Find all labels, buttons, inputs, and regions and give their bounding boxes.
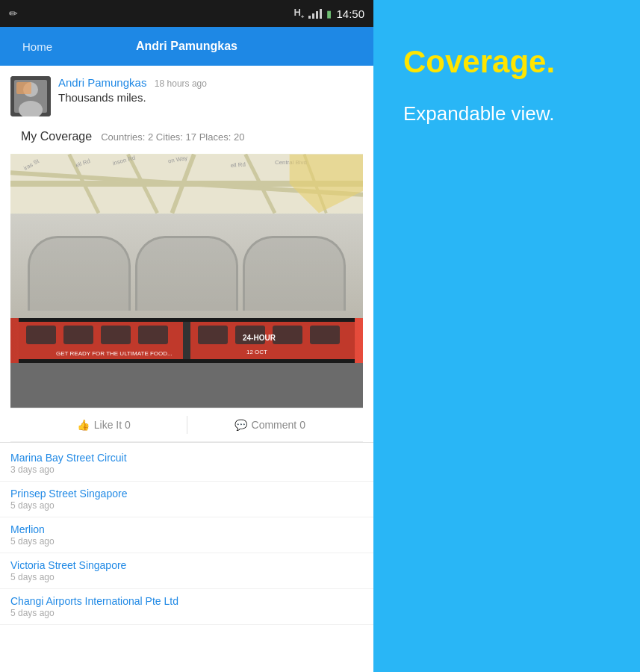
map-svg: iras St ell Rd inson Rd on Way ell Rd Ce…	[10, 154, 363, 214]
like-label: Like It 0	[94, 419, 131, 431]
signal-bar-2	[312, 13, 314, 19]
svg-text:GET READY FOR THE ULTIMATE FOO: GET READY FOR THE ULTIMATE FOOD...	[56, 350, 173, 357]
arch-1	[28, 236, 131, 311]
place-time: 5 days ago	[10, 500, 363, 511]
place-time: 5 days ago	[10, 572, 363, 582]
svg-text:12 OCT: 12 OCT	[246, 349, 267, 355]
post-time: 18 hours ago	[155, 78, 207, 89]
content-area: Andri Pamungkas 18 hours ago Thousands m…	[0, 66, 373, 672]
map-area[interactable]: iras St ell Rd inson Rd on Way ell Rd Ce…	[10, 154, 363, 214]
building	[10, 214, 363, 333]
coverage-stats: Countries: 2 Cities: 17 Places: 20	[101, 131, 244, 143]
coverage-header: My Coverage Countries: 2 Cities: 17 Plac…	[21, 130, 352, 143]
coverage-title: My Coverage	[21, 130, 92, 143]
list-item: Merlion5 days ago	[0, 517, 373, 553]
place-name[interactable]: Prinsep Street Singapore	[10, 488, 363, 500]
avatar	[10, 76, 51, 116]
like-button[interactable]: 👍 Like It 0	[21, 419, 187, 431]
phone-frame: ✏ H+ ▮ 14:50 Home Andri Pamungkas	[0, 0, 373, 672]
places-list: Marina Bay Street Circuit3 days agoPrins…	[0, 443, 373, 628]
place-name[interactable]: Merlion	[10, 523, 363, 535]
status-bar-left: ✏	[9, 7, 18, 19]
svg-rect-22	[183, 322, 190, 359]
street-photo: GET READY FOR THE ULTIMATE FOOD... 24-HO…	[10, 214, 363, 408]
status-bar-right: H+ ▮ 14:50	[293, 7, 364, 20]
svg-text:24-HOUR: 24-HOUR	[243, 334, 276, 342]
svg-rect-24	[26, 326, 56, 344]
svg-text:ell Rd: ell Rd	[230, 161, 246, 169]
signal-bar-1	[308, 16, 311, 19]
post-text: Thousands miles.	[58, 91, 207, 104]
post-card: Andri Pamungkas 18 hours ago Thousands m…	[0, 66, 373, 443]
promo-area: Coverage. Expandable view.	[373, 0, 640, 172]
place-name[interactable]: Changi Airports International Pte Ltd	[10, 595, 363, 607]
battery-icon: ▮	[326, 8, 332, 19]
svg-rect-4	[16, 82, 31, 94]
comment-label: Comment 0	[252, 419, 305, 431]
comment-icon: 💬	[234, 419, 247, 431]
comment-button[interactable]: 💬 Comment 0	[187, 419, 353, 431]
promo-title: Coverage.	[403, 45, 555, 79]
place-name[interactable]: Victoria Street Singapore	[10, 559, 363, 571]
home-nav-item[interactable]: Home	[22, 40, 52, 53]
h-signal-icon: H+	[293, 7, 304, 20]
place-name[interactable]: Marina Bay Street Circuit	[10, 452, 363, 464]
top-nav: Home Andri Pamungkas	[0, 27, 373, 66]
bus-svg: GET READY FOR THE ULTIMATE FOOD... 24-HO…	[16, 318, 357, 363]
street-photo-inner: GET READY FOR THE ULTIMATE FOOD... 24-HO…	[10, 214, 363, 408]
signal-bar-3	[316, 11, 318, 19]
arch-2	[135, 236, 238, 311]
list-item: Changi Airports International Pte Ltd5 d…	[0, 589, 373, 625]
action-bar: 👍 Like It 0 💬 Comment 0	[10, 408, 363, 442]
avatar-svg	[10, 76, 51, 116]
svg-rect-28	[198, 326, 228, 344]
bus-strip: GET READY FOR THE ULTIMATE FOOD... 24-HO…	[10, 318, 363, 363]
place-time: 5 days ago	[10, 608, 363, 618]
building-arches	[25, 236, 348, 311]
signal-bars	[308, 8, 322, 19]
post-header: Andri Pamungkas 18 hours ago Thousands m…	[10, 76, 363, 116]
place-time: 3 days ago	[10, 464, 363, 475]
svg-rect-31	[310, 326, 340, 344]
status-time: 14:50	[336, 7, 364, 20]
post-meta: Andri Pamungkas 18 hours ago Thousands m…	[58, 76, 207, 104]
coverage-section: My Coverage Countries: 2 Cities: 17 Plac…	[10, 122, 363, 154]
place-time: 5 days ago	[10, 536, 363, 547]
promo-subtitle: Expandable view.	[403, 102, 554, 127]
svg-rect-25	[63, 326, 93, 344]
like-thumb-icon: 👍	[77, 419, 90, 431]
avatar-inner	[10, 76, 51, 116]
nav-title: Andri Pamungkas	[136, 40, 237, 53]
status-bar: ✏ H+ ▮ 14:50	[0, 0, 373, 27]
pencil-icon: ✏	[9, 7, 18, 19]
list-item: Victoria Street Singapore5 days ago	[0, 553, 373, 589]
svg-rect-27	[138, 326, 168, 344]
list-item: Marina Bay Street Circuit3 days ago	[0, 446, 373, 482]
signal-bar-4	[320, 9, 322, 19]
arch-3	[243, 236, 346, 311]
post-author[interactable]: Andri Pamungkas	[58, 76, 146, 89]
svg-rect-30	[273, 326, 302, 344]
list-item: Prinsep Street Singapore5 days ago	[0, 482, 373, 517]
svg-rect-26	[101, 326, 131, 344]
